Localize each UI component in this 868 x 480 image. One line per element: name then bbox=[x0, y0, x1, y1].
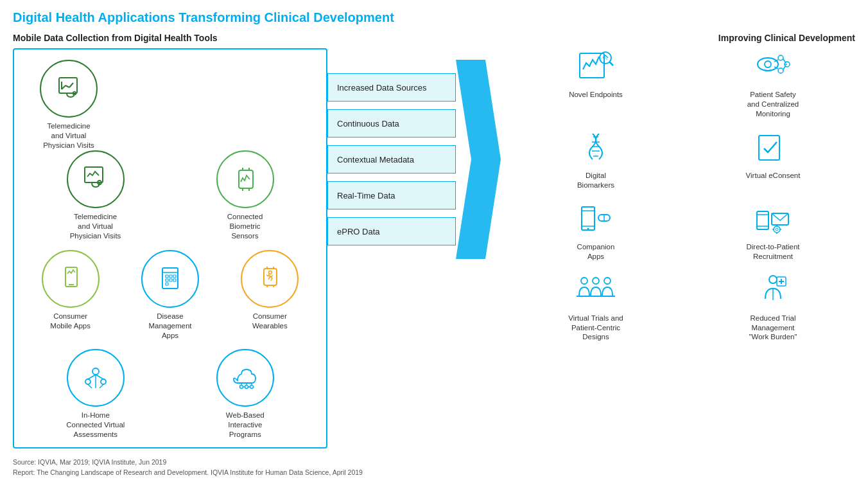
svg-line-38 bbox=[100, 384, 103, 388]
wearables-label: ConsumerWearables bbox=[252, 312, 288, 331]
svg-line-31 bbox=[270, 276, 273, 277]
svg-line-62 bbox=[783, 66, 786, 69]
svg-line-35 bbox=[88, 375, 96, 379]
companion-apps-label: CompanionApps bbox=[577, 242, 615, 262]
svg-rect-20 bbox=[166, 279, 168, 281]
icon-item-web: Web-BasedInteractivePrograms bbox=[216, 349, 274, 440]
data-box-contextual: Contextual Metadata bbox=[327, 145, 456, 173]
svg-point-34 bbox=[101, 379, 106, 384]
right-icon-novel-endpoints: Novel Endpoints bbox=[514, 48, 678, 119]
data-box-epro: ePRO Data bbox=[327, 217, 456, 245]
data-box-realtime: Real-Time Data bbox=[327, 181, 456, 209]
virtual-trials-label: Virtual Trials andPatient-CentricDesigns bbox=[568, 314, 623, 342]
inhome-icon bbox=[67, 349, 125, 407]
svg-point-42 bbox=[250, 386, 253, 389]
reduced-trial-label: Reduced TrialManagement"Work Burden" bbox=[749, 314, 797, 342]
icons-grid: Telemedicineand VirtualPhysician Visits bbox=[21, 60, 320, 150]
svg-point-53 bbox=[758, 58, 778, 71]
svg-point-72 bbox=[587, 228, 589, 230]
svg-rect-49 bbox=[580, 53, 604, 78]
svg-line-3 bbox=[65, 85, 69, 87]
icon-item-consumer-mobile: ConsumerMobile Apps bbox=[42, 250, 100, 331]
icon-item-telemedicine: Telemedicineand VirtualPhysician Visits bbox=[67, 150, 125, 241]
footer: Source: IQVIA, Mar 2019; IQVIA Institute… bbox=[13, 458, 855, 478]
svg-rect-18 bbox=[169, 275, 172, 278]
icon-item-telemedicine: Telemedicineand VirtualPhysician Visits bbox=[21, 60, 117, 150]
svg-point-86 bbox=[593, 278, 599, 284]
svg-line-51 bbox=[609, 62, 613, 66]
middle-section: Increased Data Sources Continuous Data C… bbox=[327, 33, 501, 259]
icon-item-disease-mgmt: DiseaseManagementApps bbox=[141, 250, 199, 341]
novel-endpoints-icon bbox=[573, 48, 618, 87]
left-panel: Mobile Data Collection from Digital Heal… bbox=[13, 33, 327, 449]
data-box-continuous: Continuous Data bbox=[327, 109, 456, 138]
telemedicine-icon bbox=[40, 60, 98, 118]
svg-rect-23 bbox=[166, 283, 168, 285]
svg-rect-15 bbox=[162, 268, 178, 289]
svg-point-85 bbox=[581, 278, 587, 284]
biometric-label: ConnectedBiometricSensors bbox=[227, 212, 263, 241]
right-panel: Improving Clinical Development Novel End… bbox=[501, 33, 855, 342]
direct-patient-icon bbox=[751, 200, 795, 239]
svg-line-61 bbox=[783, 59, 786, 63]
icon-item-biometric: ConnectedBiometricSensors bbox=[216, 150, 274, 241]
telemedicine-icon bbox=[67, 150, 125, 208]
svg-point-87 bbox=[604, 278, 611, 284]
svg-rect-68 bbox=[759, 136, 779, 160]
icon-item-biometric bbox=[122, 60, 218, 150]
svg-rect-17 bbox=[166, 275, 168, 278]
patient-safety-label: Patient Safetyand CentralizedMonitoring bbox=[747, 90, 799, 119]
novel-endpoints-label: Novel Endpoints bbox=[569, 90, 623, 100]
svg-rect-22 bbox=[173, 279, 176, 281]
svg-point-40 bbox=[239, 386, 243, 389]
svg-point-33 bbox=[85, 379, 91, 384]
wearables-icon bbox=[241, 250, 299, 308]
virtual-econsent-icon bbox=[751, 129, 795, 168]
web-label: Web-BasedInteractivePrograms bbox=[226, 411, 265, 440]
data-box-increased: Increased Data Sources bbox=[327, 73, 456, 102]
right-icon-companion-apps: CompanionApps bbox=[514, 200, 678, 262]
digital-biomarkers-icon bbox=[573, 129, 618, 168]
svg-rect-75 bbox=[757, 211, 768, 229]
right-panel-title: Improving Clinical Development bbox=[514, 33, 855, 43]
svg-point-29 bbox=[269, 271, 272, 274]
disease-mgmt-icon bbox=[141, 250, 199, 308]
icon-item-inhome: In-HomeConnected VirtualAssessments bbox=[66, 349, 125, 440]
right-icon-virtual-econsent: Virtual eConsent bbox=[691, 129, 855, 190]
svg-marker-48 bbox=[456, 60, 501, 259]
svg-rect-21 bbox=[169, 279, 172, 281]
consumer-mobile-icon bbox=[42, 250, 100, 308]
left-panel-title: Mobile Data Collection from Digital Heal… bbox=[13, 33, 327, 43]
direct-patient-label: Direct-to-PatientRecruitment bbox=[746, 242, 799, 262]
data-boxes: Increased Data Sources Continuous Data C… bbox=[327, 73, 456, 245]
svg-point-32 bbox=[92, 368, 99, 375]
left-box: Telemedicineand VirtualPhysician Visits bbox=[13, 48, 327, 449]
svg-point-54 bbox=[765, 61, 771, 67]
svg-line-36 bbox=[96, 375, 103, 379]
inhome-label: In-HomeConnected VirtualAssessments bbox=[66, 411, 125, 440]
svg-rect-13 bbox=[65, 267, 77, 287]
disease-mgmt-label: DiseaseManagementApps bbox=[148, 312, 191, 341]
page-title: Digital Health Applications Transforming… bbox=[13, 10, 855, 25]
telemedicine-label: Telemedicineand VirtualPhysician Visits bbox=[70, 212, 121, 241]
digital-biomarkers-label: DigitalBiomarkers bbox=[577, 171, 614, 190]
virtual-econsent-label: Virtual eConsent bbox=[746, 171, 801, 181]
footer-report: Report: The Changing Landscape of Resear… bbox=[13, 468, 855, 478]
reduced-trial-icon bbox=[751, 272, 795, 310]
right-icon-virtual-trials: Virtual Trials andPatient-CentricDesigns bbox=[514, 272, 678, 342]
right-icons-grid: Novel Endpoints bbox=[514, 48, 855, 342]
chevron-arrow bbox=[456, 60, 501, 259]
footer-source: Source: IQVIA, Mar 2019; IQVIA Institute… bbox=[13, 458, 855, 468]
telemedicine-label: Telemedicineand VirtualPhysician Visits bbox=[43, 121, 94, 150]
right-icon-digital-biomarkers: DigitalBiomarkers bbox=[514, 129, 678, 190]
biometric-icon bbox=[216, 150, 274, 208]
right-icon-patient-safety: Patient Safetyand CentralizedMonitoring bbox=[691, 48, 855, 119]
right-icon-reduced-trial: Reduced TrialManagement"Work Burden" bbox=[691, 272, 855, 342]
svg-rect-19 bbox=[173, 275, 176, 278]
svg-point-55 bbox=[778, 55, 783, 60]
virtual-trials-icon bbox=[573, 272, 618, 310]
svg-point-80 bbox=[776, 228, 778, 231]
svg-line-37 bbox=[88, 384, 92, 388]
consumer-mobile-label: ConsumerMobile Apps bbox=[50, 312, 91, 331]
web-icon bbox=[216, 349, 274, 407]
